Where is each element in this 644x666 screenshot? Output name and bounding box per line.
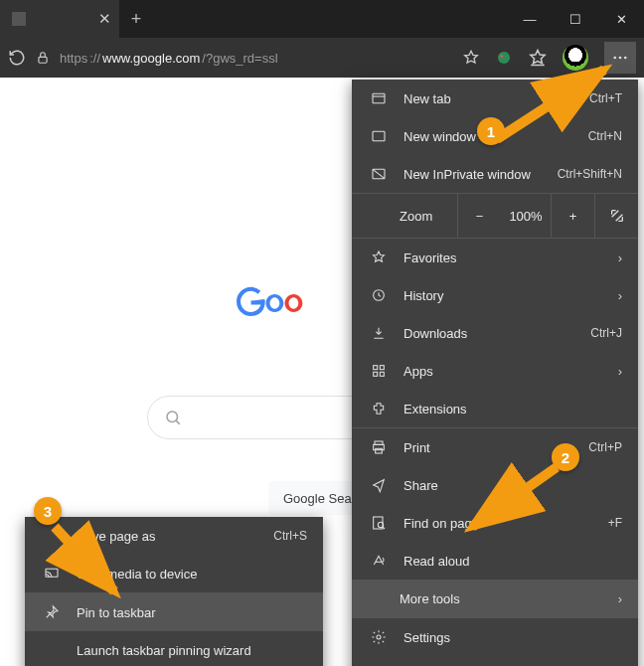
menu-shortcut: Ctrl+J [590,326,622,340]
submenu-pin-taskbar[interactable]: Pin to taskbar [25,593,323,631]
svg-point-25 [377,635,381,639]
menu-label: New InPrivate window [403,167,542,182]
annotation-badge-2: 2 [552,443,579,471]
url-host: www.google.com [102,51,200,66]
title-bar: ✕ + — ☐ ✕ [0,0,644,38]
menu-apps[interactable]: Apps › [352,352,638,390]
history-icon [370,287,388,303]
submenu-label: Launch taskbar pinning wizard [77,643,307,658]
svg-line-29 [47,614,50,617]
menu-zoom: Zoom − 100% + [352,194,638,238]
svg-point-2 [500,55,503,58]
url-path: /?gws_rd=ssl [202,51,277,66]
share-icon [370,477,388,493]
close-window-button[interactable]: ✕ [598,0,644,38]
menu-label: Share [403,478,622,493]
close-tab-icon[interactable]: ✕ [98,10,111,28]
new-tab-icon [370,90,388,106]
svg-point-5 [619,57,622,60]
chevron-right-icon: › [618,591,622,606]
menu-label: Favorites [403,250,602,265]
menu-favorites[interactable]: Favorites › [352,239,638,276]
menu-new-inprivate[interactable]: New InPrivate window Ctrl+Shift+N [352,155,638,193]
submenu-save-page[interactable]: Save page as Ctrl+S [25,517,323,555]
minimize-button[interactable]: — [507,0,553,38]
submenu-shortcut: Ctrl+S [273,529,307,543]
svg-line-8 [176,420,179,423]
google-logo [237,280,346,326]
download-icon [370,325,388,341]
svg-rect-15 [380,366,384,370]
favorites-bar-icon[interactable] [529,49,547,67]
extension-icon[interactable] [495,49,513,67]
add-tab-button[interactable]: + [119,0,153,38]
menu-shortcut: Ctrl+Shift+N [558,167,622,181]
fullscreen-button[interactable] [594,194,638,238]
svg-rect-16 [374,372,378,376]
menu-label: Read aloud [403,554,622,569]
gear-icon [370,629,388,645]
menu-label: Extensions [403,402,622,416]
svg-point-4 [613,57,616,60]
menu-extensions[interactable]: Extensions [352,390,638,427]
toolbar: https://www.google.com/?gws_rd=ssl [0,38,644,78]
zoom-in-button[interactable]: + [551,194,594,238]
star-icon [370,250,388,265]
menu-share[interactable]: Share [352,466,638,504]
menu-label: New tab [403,91,573,106]
svg-rect-0 [39,57,47,63]
menu-shortcut: Ctrl+T [589,91,622,105]
chevron-right-icon: › [618,364,622,379]
window-controls: — ☐ ✕ [507,0,644,38]
zoom-value: 100% [501,194,551,238]
svg-point-1 [498,52,510,64]
cast-icon [43,566,61,582]
annotation-badge-3: 3 [34,497,62,525]
menu-label: History [403,288,602,303]
menu-print[interactable]: Print Ctrl+P [352,428,638,466]
search-icon [164,409,182,426]
more-menu-button[interactable] [604,42,636,74]
menu-more-tools[interactable]: More tools › [352,580,638,617]
maximize-button[interactable]: ☐ [553,0,598,38]
svg-rect-17 [380,372,384,376]
inprivate-icon [370,166,388,182]
chevron-right-icon: › [618,250,622,265]
zoom-label: Zoom [352,209,457,224]
svg-rect-20 [376,448,383,453]
lock-icon[interactable] [36,51,50,65]
submenu-label: Cast media to device [77,567,307,582]
profile-avatar[interactable] [563,45,588,71]
more-tools-submenu: Save page as Ctrl+S Cast media to device… [25,517,323,666]
refresh-icon[interactable] [8,49,26,67]
find-icon [370,515,388,531]
address-bar[interactable]: https://www.google.com/?gws_rd=ssl [60,51,453,66]
menu-history[interactable]: History › [352,276,638,314]
menu-settings[interactable]: Settings [352,618,638,656]
menu-label: Apps [403,364,602,379]
new-window-icon [370,128,388,144]
add-favorite-icon[interactable] [463,50,479,66]
url-sep: :// [89,51,100,66]
main-menu: New tab Ctrl+T New window Ctrl+N New InP… [352,80,638,666]
extensions-icon [370,401,388,416]
submenu-cast[interactable]: Cast media to device [25,555,323,592]
menu-help[interactable]: Help and feedback › [352,656,638,666]
menu-label: Downloads [403,326,574,341]
submenu-pin-wizard[interactable]: Launch taskbar pinning wizard [25,631,323,666]
menu-shortcut: Ctrl+N [588,129,622,143]
menu-read-aloud[interactable]: Read aloud [352,542,638,580]
menu-label: More tools [400,591,602,606]
menu-find[interactable]: Find on page +F [352,504,638,542]
chevron-right-icon: › [618,288,622,303]
zoom-out-button[interactable]: − [457,194,501,238]
apps-icon [370,363,388,379]
browser-tab[interactable]: ✕ [0,0,119,38]
svg-rect-9 [373,93,385,102]
submenu-label: Save page as [77,529,257,544]
tab-favicon [12,12,26,26]
menu-downloads[interactable]: Downloads Ctrl+J [352,314,638,352]
menu-new-tab[interactable]: New tab Ctrl+T [352,80,638,117]
svg-point-7 [167,412,178,422]
print-icon [370,439,388,455]
